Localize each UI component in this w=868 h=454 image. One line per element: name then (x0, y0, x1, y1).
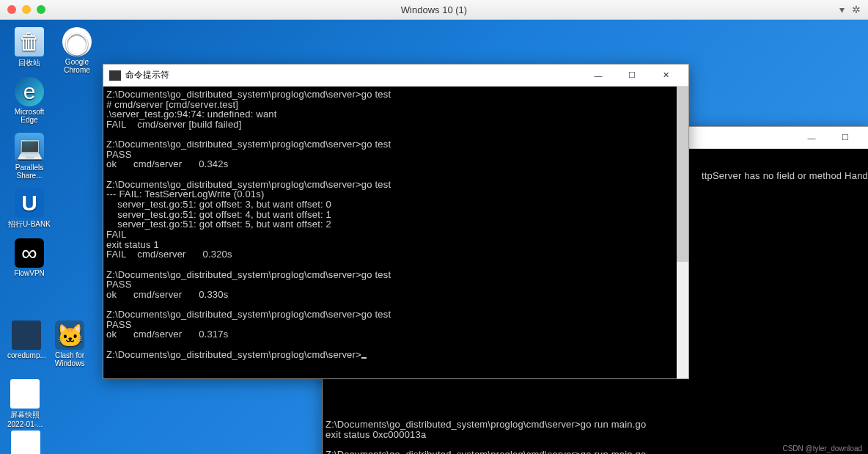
watermark: CSDN @tyler_download (782, 444, 862, 453)
clash-icon: 🐱 (55, 321, 84, 350)
cmd-icon (109, 70, 121, 81)
cmd-window[interactable]: 命令提示符 — ☐ ✕ Z:\Documents\go_distributed_… (103, 64, 689, 379)
scrollbar-thumb[interactable] (677, 87, 688, 262)
desktop-icon-clash[interactable]: 🐱Clash for Windows (55, 321, 85, 367)
vm-title: Windows 10 (1) (401, 4, 467, 15)
icon-label: Google Chrome (64, 58, 90, 74)
coredump-icon (12, 321, 41, 350)
cmd-title-text: 命令提示符 (125, 69, 169, 81)
icon-label: 回收站 (18, 58, 40, 68)
icon-label: FlowVPN (14, 269, 45, 277)
cmd-terminal-body[interactable]: Z:\Documents\go_distributed_system\progl… (103, 87, 688, 378)
windows-desktop[interactable]: 🗑回收站eMicrosoft Edge💻Parallels Share...U招… (0, 20, 868, 454)
close-button[interactable]: ✕ (649, 65, 683, 87)
desktop-icon-flowvpn[interactable]: ∞FlowVPN (7, 238, 51, 277)
shot-icon (10, 379, 40, 409)
chevron-down-icon[interactable]: ▾ (839, 4, 845, 15)
chrome-icon: ◯ (62, 27, 92, 56)
desktop-icon-generic[interactable] (7, 431, 44, 454)
gear-icon[interactable]: ✲ (852, 4, 861, 15)
parallels-icon: 💻 (15, 133, 44, 162)
desktop-icon-edge[interactable]: eMicrosoft Edge (7, 77, 51, 124)
mac-menu-controls: ▾ ✲ (839, 4, 861, 15)
icon-label: coredump... (7, 351, 46, 359)
minimize-button[interactable]: — (795, 127, 828, 149)
desktop-icon-ubank[interactable]: U招行U-BANK (7, 188, 51, 230)
traffic-lights (7, 5, 45, 14)
icon-label: 招行U-BANK (8, 219, 51, 230)
desktop-icon-recycle[interactable]: 🗑回收站 (7, 27, 51, 68)
flowvpn-icon: ∞ (15, 238, 44, 268)
image-icon (11, 431, 40, 454)
icon-label: Microsoft Edge (15, 108, 45, 124)
min-traffic[interactable] (22, 5, 31, 14)
close-traffic[interactable] (7, 5, 16, 14)
desktop-icon-shot[interactable]: 屏幕快照 2022-01-... (7, 379, 43, 428)
desktop-icon-chrome[interactable]: ◯Google Chrome (55, 27, 99, 74)
mac-titlebar: Windows 10 (1) ▾ ✲ (0, 0, 868, 20)
desktop-icon-parallels[interactable]: 💻Parallels Share... (7, 133, 51, 180)
max-traffic[interactable] (37, 5, 45, 14)
desktop-icon-coredump[interactable]: coredump... (7, 321, 46, 367)
icon-label: Clash for Windows (55, 351, 85, 367)
recycle-icon: 🗑 (15, 27, 44, 56)
icon-label: Parallels Share... (15, 164, 43, 180)
icon-label: 屏幕快照 2022-01-... (7, 410, 43, 428)
cmd-titlebar[interactable]: 命令提示符 — ☐ ✕ (103, 65, 688, 87)
ubank-icon: U (15, 188, 44, 218)
edge-icon: e (15, 77, 44, 106)
maximize-button[interactable]: ☐ (615, 65, 649, 87)
maximize-button[interactable]: ☐ (828, 127, 862, 149)
scrollbar-track[interactable] (677, 87, 688, 378)
minimize-button[interactable]: — (581, 65, 615, 87)
